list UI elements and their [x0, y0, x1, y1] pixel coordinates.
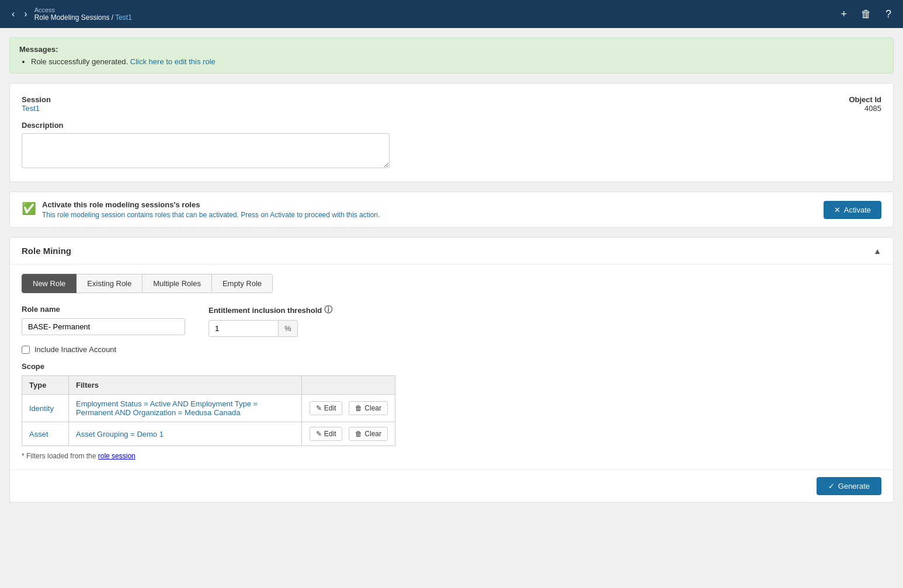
session-right: Object Id 4085: [849, 95, 881, 113]
activate-title: Activate this role modeling sessions's r…: [42, 200, 380, 209]
session-label: Session: [22, 95, 51, 104]
generate-button[interactable]: ✓ Generate: [817, 477, 881, 495]
edit-identity-label: Edit: [324, 404, 336, 412]
check-circle-icon: ✅: [22, 201, 36, 215]
header-right: + 🗑 ?: [838, 6, 894, 23]
role-mining-header: Role Mining ▲: [10, 238, 893, 265]
message-item: Role successfully generated. Click here …: [31, 57, 884, 66]
session-left: Session Test1: [22, 95, 51, 113]
add-button[interactable]: +: [838, 6, 849, 23]
activate-button[interactable]: ✕ Activate: [824, 201, 881, 219]
edit-icon: ✎: [316, 404, 322, 412]
col-type: Type: [22, 376, 69, 395]
scope-filter-identity: Employment Status = Active AND Employmen…: [69, 395, 302, 422]
include-inactive-row: Include Inactive Account: [22, 345, 881, 354]
message-text: Role successfully generated.: [31, 57, 130, 66]
info-icon: ⓘ: [324, 305, 332, 315]
message-title: Messages:: [19, 45, 884, 54]
edit-asset-button[interactable]: ✎ Edit: [310, 427, 343, 441]
clear-asset-label: Clear: [364, 430, 381, 438]
header-left: ‹ › Access Role Modeling Sessions / Test…: [9, 6, 132, 22]
object-id-value: 4085: [849, 104, 881, 113]
activate-left: ✅ Activate this role modeling sessions's…: [22, 200, 380, 219]
header: ‹ › Access Role Modeling Sessions / Test…: [0, 0, 903, 28]
form-row: Role name Entitlement inclusion threshol…: [22, 305, 881, 337]
breadcrumb-path: Role Modeling Sessions / Test1: [34, 13, 132, 22]
back-button[interactable]: ‹: [9, 8, 17, 20]
scope-filter-asset: Asset Grouping = Demo 1: [69, 422, 302, 446]
scope-table-body: Identity Employment Status = Active AND …: [22, 395, 395, 446]
threshold-row: %: [209, 320, 332, 337]
session-value: Test1: [22, 104, 51, 113]
role-mining-card: Role Mining ▲ New Role Existing Role Mul…: [9, 237, 894, 503]
scope-row-asset: Asset Asset Grouping = Demo 1 ✎ Edit 🗑 C…: [22, 422, 395, 446]
description-textarea[interactable]: [22, 133, 390, 168]
session-card: Session Test1 Object Id 4085 Description: [9, 83, 894, 182]
role-mining-body: New Role Existing Role Multiple Roles Em…: [10, 265, 893, 469]
object-id-label: Object Id: [849, 95, 881, 104]
edit-identity-button[interactable]: ✎ Edit: [310, 401, 343, 415]
breadcrumb-link[interactable]: Test1: [115, 13, 132, 22]
scope-row-identity: Identity Employment Status = Active AND …: [22, 395, 395, 422]
scope-type-identity: Identity: [22, 395, 69, 422]
clear-identity-label: Clear: [364, 404, 381, 412]
role-name-label: Role name: [22, 305, 185, 314]
session-grid: Session Test1 Object Id 4085: [22, 95, 881, 113]
clear-asset-button[interactable]: 🗑 Clear: [349, 427, 388, 441]
edit-asset-icon: ✎: [316, 430, 322, 438]
threshold-label: Entitlement inclusion threshold ⓘ: [209, 305, 332, 315]
breadcrumb: Access Role Modeling Sessions / Test1: [34, 6, 132, 22]
activate-card: ✅ Activate this role modeling sessions's…: [9, 192, 894, 228]
edit-asset-label: Edit: [324, 430, 336, 438]
activate-button-label: Activate: [844, 206, 871, 214]
scope-type-asset: Asset: [22, 422, 69, 446]
activate-text: Activate this role modeling sessions's r…: [42, 200, 380, 219]
breadcrumb-section: Access: [34, 6, 132, 13]
activate-x-icon: ✕: [834, 206, 841, 214]
forward-button[interactable]: ›: [22, 8, 29, 20]
description-label: Description: [22, 121, 881, 130]
threshold-unit: %: [279, 320, 298, 337]
activate-description: This role modeling session contains role…: [42, 211, 380, 219]
role-mining-title: Role Mining: [22, 246, 71, 256]
clear-asset-icon: 🗑: [355, 430, 362, 438]
main-content: Messages: Role successfully generated. C…: [0, 28, 903, 521]
scope-header-row: Type Filters: [22, 376, 395, 395]
help-button[interactable]: ?: [883, 6, 894, 23]
tab-multiple-roles[interactable]: Multiple Roles: [142, 274, 212, 293]
checkmark-icon: ✓: [828, 482, 835, 490]
role-name-input[interactable]: [22, 318, 185, 335]
generate-row: ✓ Generate: [10, 469, 893, 502]
collapse-button[interactable]: ▲: [873, 246, 881, 256]
tab-empty-role[interactable]: Empty Role: [211, 274, 273, 293]
role-name-group: Role name: [22, 305, 185, 335]
message-link[interactable]: Click here to edit this role: [130, 57, 216, 66]
tab-new-role[interactable]: New Role: [22, 274, 77, 293]
role-session-link[interactable]: role session: [98, 452, 136, 460]
col-filters: Filters: [69, 376, 302, 395]
include-inactive-label[interactable]: Include Inactive Account: [34, 345, 116, 354]
tabs: New Role Existing Role Multiple Roles Em…: [22, 274, 881, 293]
scope-label: Scope: [22, 362, 881, 371]
scope-table-head: Type Filters: [22, 376, 395, 395]
col-actions: [302, 376, 395, 395]
filters-note: * Filters loaded from the role session: [22, 452, 881, 460]
delete-button[interactable]: 🗑: [859, 6, 874, 23]
scope-actions-asset: ✎ Edit 🗑 Clear: [302, 422, 395, 446]
clear-identity-icon: 🗑: [355, 404, 362, 412]
generate-button-label: Generate: [838, 482, 870, 490]
scope-actions-identity: ✎ Edit 🗑 Clear: [302, 395, 395, 422]
tab-existing-role[interactable]: Existing Role: [76, 274, 143, 293]
message-list: Role successfully generated. Click here …: [19, 57, 884, 66]
include-inactive-checkbox[interactable]: [22, 346, 30, 354]
message-box: Messages: Role successfully generated. C…: [9, 37, 894, 74]
threshold-input[interactable]: [209, 320, 279, 337]
clear-identity-button[interactable]: 🗑 Clear: [349, 401, 388, 415]
threshold-group: Entitlement inclusion threshold ⓘ %: [209, 305, 332, 337]
scope-table: Type Filters Identity Employment Status …: [22, 375, 395, 446]
